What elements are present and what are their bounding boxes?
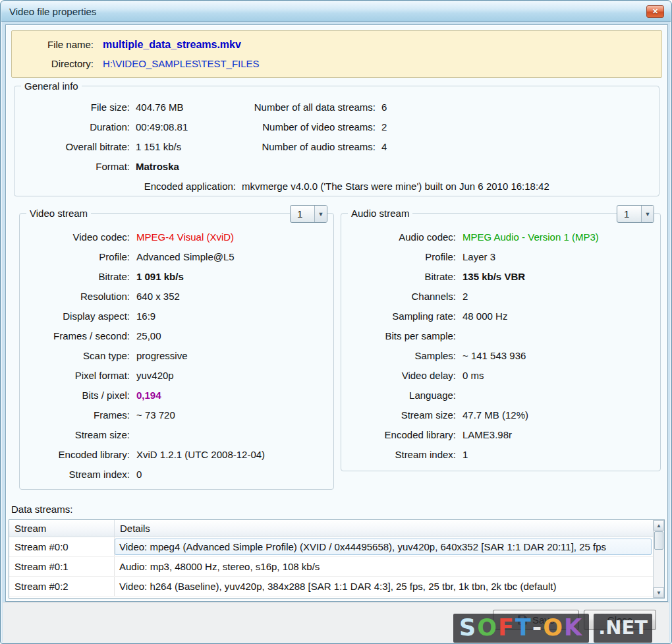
video-row-pixel-format: Pixel format: yuv420p [20, 365, 333, 385]
scroll-up-icon: ▲ [656, 523, 661, 529]
table-row[interactable]: Stream #0:2 Video: h264 (Baseline), yuv4… [9, 577, 653, 597]
row-value: 0,194 [136, 390, 161, 401]
close-icon: ✕ [652, 7, 658, 16]
video-row-display-aspect: Display aspect: 16:9 [20, 306, 333, 326]
row-label: Stream index: [20, 469, 130, 480]
row-label: Video delay: [341, 370, 456, 381]
save-icon [517, 615, 527, 625]
row-label: Stream size: [341, 409, 456, 421]
save-button[interactable]: Save [493, 610, 579, 630]
video-stream-selector[interactable]: 1 ▼ [290, 205, 327, 223]
video-row-scan-type: Scan type: progressive [20, 345, 333, 365]
row-label: Format: [21, 161, 130, 172]
row-value: 2 [381, 121, 387, 132]
row-label: Bits / pixel: [20, 390, 130, 401]
row-label: Video codec: [20, 231, 130, 243]
audio-row-stream-index: Stream index: 1 [341, 444, 660, 464]
row-value: 2 [462, 291, 468, 302]
video-row-frames-per-second: Frames / second: 25,00 [20, 326, 333, 345]
details-cell: Video: h264 (Baseline), yuv420p, 384x288… [115, 581, 653, 592]
selected-value: 1 [291, 206, 314, 222]
row-value: LAME3.98r [462, 429, 512, 440]
general-row-duration: Duration: 00:49:08.81 Number of video st… [14, 117, 659, 136]
save-button-label: Save [532, 614, 555, 626]
row-value: 48 000 Hz [462, 310, 507, 322]
directory-row: Directory: H:\VIDEO_SAMPLES\TEST_FILES [12, 57, 661, 71]
audio-row-language: Language: [341, 385, 660, 405]
video-row-frames: Frames: ~ 73 720 [20, 405, 333, 424]
row-label: Number of audio streams: [236, 141, 376, 152]
row-label: Audio codec: [341, 231, 456, 243]
close-button[interactable]: ✕ [646, 5, 664, 18]
row-value: 16:9 [136, 310, 155, 322]
row-label: Number of all data streams: [236, 102, 376, 113]
titlebar[interactable]: Video file properties ✕ [1, 1, 671, 22]
selected-value: 1 [617, 206, 641, 222]
general-row-file-size: File size: 404.76 MB Number of all data … [14, 97, 659, 117]
general-info-group-title: General info [21, 80, 82, 92]
row-value: 640 x 352 [136, 291, 180, 302]
directory-value: H:\VIDEO_SAMPLES\TEST_FILES [103, 58, 260, 69]
general-row-bitrate: Overall bitrate: 1 151 kb/s Number of au… [14, 136, 659, 156]
scrollbar-thumb[interactable] [654, 531, 663, 550]
chevron-down-icon: ▼ [641, 206, 654, 222]
audio-row-video-delay: Video delay: 0 ms [341, 365, 660, 385]
audio-stream-selector[interactable]: 1 ▼ [617, 205, 654, 223]
row-value: Advanced Simple@L5 [136, 251, 235, 262]
audio-stream-group-title: Audio stream [348, 207, 412, 220]
table-row[interactable]: Stream #0:1 Audio: mp3, 48000 Hz, stereo… [9, 557, 653, 577]
video-stream-group-title: Video stream [26, 207, 91, 220]
row-label: Bitrate: [341, 271, 456, 282]
video-row-resolution: Resolution: 640 x 352 [20, 286, 333, 306]
scroll-up-button[interactable]: ▲ [654, 520, 664, 531]
scroll-down-button[interactable]: ▼ [654, 587, 664, 598]
row-label: Profile: [341, 251, 456, 262]
row-value: 1 [462, 449, 468, 460]
row-label: Scan type: [20, 350, 130, 361]
column-header-details[interactable]: Details [115, 520, 653, 537]
row-value: mkvmerge v4.0.0 ('The Stars were mine') … [242, 181, 549, 192]
video-row-profile: Profile: Advanced Simple@L5 [20, 247, 333, 266]
data-streams-table: Stream Details Stream #0:0 Video: mpeg4 … [9, 519, 665, 599]
close-button-label: Close [607, 614, 632, 626]
row-label: Profile: [20, 251, 130, 262]
row-value: ~ 73 720 [136, 409, 175, 421]
close-dialog-button[interactable]: Close [584, 610, 656, 630]
row-value: ~ 141 543 936 [462, 350, 526, 361]
row-value: MPEG-4 Visual (XviD) [136, 231, 234, 243]
table-scrollbar[interactable]: ▲ ▼ [653, 520, 664, 598]
audio-row-codec: Audio codec: MPEG Audio - Version 1 (MP3… [341, 227, 660, 247]
row-value: 135 kb/s VBR [462, 271, 525, 282]
data-streams-label: Data streams: [11, 504, 72, 515]
table-row[interactable]: Stream #0:0 Video: mpeg4 (Advanced Simpl… [9, 537, 653, 557]
file-name-value: multiple_data_streams.mkv [103, 39, 241, 51]
row-label: Frames: [20, 409, 130, 421]
row-label: Stream size: [20, 429, 130, 440]
row-value: Matroska [136, 161, 236, 172]
row-value: 1 091 kb/s [136, 271, 184, 282]
row-label: Display aspect: [20, 310, 130, 322]
details-cell: Audio: mp3, 48000 Hz, stereo, s16p, 108 … [115, 561, 653, 572]
window-title: Video file properties [9, 6, 96, 17]
row-label: Stream index: [341, 449, 456, 460]
row-label: Bitrate: [20, 271, 130, 282]
general-info-group: General info File size: 404.76 MB Number… [14, 86, 659, 196]
video-row-codec: Video codec: MPEG-4 Visual (XviD) [20, 227, 333, 247]
row-label: Number of video streams: [236, 121, 376, 132]
audio-row-profile: Profile: Layer 3 [341, 247, 660, 266]
row-label: File size: [21, 102, 130, 113]
audio-row-bitrate: Bitrate: 135 kb/s VBR [341, 266, 660, 286]
row-label: Overall bitrate: [21, 141, 130, 152]
general-row-encoded-application: Encoded application: mkvmerge v4.0.0 ('T… [14, 176, 659, 196]
row-label: Resolution: [20, 291, 130, 302]
file-name-row: File name: multiple_data_streams.mkv [12, 38, 661, 51]
column-header-stream[interactable]: Stream [9, 520, 115, 537]
row-value: MPEG Audio - Version 1 (MP3) [462, 231, 599, 243]
row-value: progressive [136, 350, 188, 361]
row-value: 1 151 kb/s [136, 141, 236, 152]
video-row-stream-size: Stream size: [20, 424, 333, 444]
stream-cell: Stream #0:0 [9, 537, 115, 556]
row-label: Duration: [21, 121, 130, 132]
row-label: Channels: [341, 291, 456, 302]
row-value: 00:49:08.81 [136, 121, 236, 132]
